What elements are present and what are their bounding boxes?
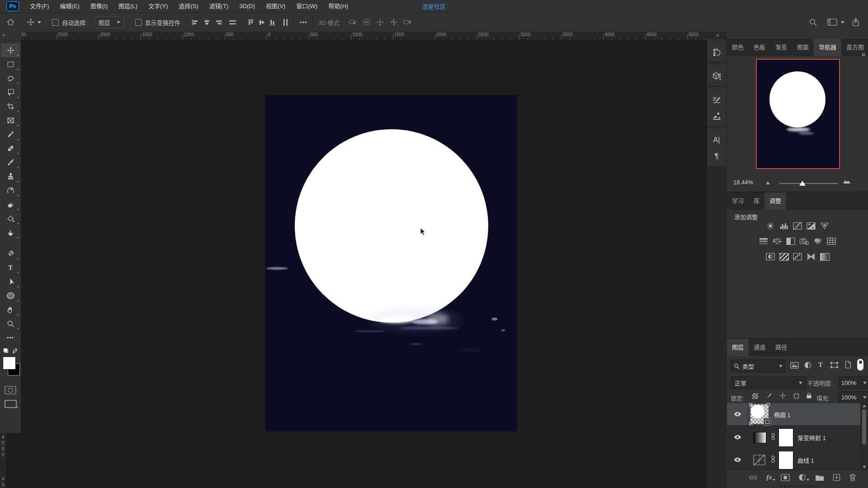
scrollbar-thumb[interactable] — [862, 409, 866, 445]
brightness-contrast-icon[interactable] — [765, 221, 776, 230]
align-left-icon[interactable] — [192, 19, 198, 25]
swap-colors-icon[interactable] — [12, 348, 18, 354]
distribute-horizontal-icon[interactable] — [229, 19, 236, 25]
add-mask-icon[interactable] — [781, 474, 790, 481]
scroll-up-icon[interactable] — [863, 405, 866, 407]
3d-orbit-icon[interactable] — [348, 18, 357, 26]
link-layers-icon[interactable] — [749, 474, 758, 481]
add-adjustment-layer-icon[interactable] — [798, 474, 806, 481]
gradient-map-icon[interactable] — [806, 252, 816, 261]
layer-name[interactable]: 曲线 1 — [797, 456, 814, 465]
layer-row-gradient-map[interactable]: 渐变映射 1 — [727, 426, 860, 448]
more-options-button[interactable]: ••• — [300, 19, 307, 26]
blend-mode-dropdown[interactable]: 正常 — [731, 376, 807, 389]
tab-color[interactable]: 颜色 — [727, 39, 749, 56]
character-panel-icon[interactable]: A| — [707, 132, 726, 148]
tab-adjustments[interactable]: 调整 — [764, 192, 786, 210]
scroll-down-icon[interactable] — [863, 466, 866, 468]
hue-saturation-icon[interactable] — [759, 237, 769, 246]
workspace-chevron-icon[interactable] — [841, 21, 844, 23]
new-layer-icon[interactable] — [833, 474, 840, 481]
brushes-panel-icon[interactable] — [707, 108, 726, 124]
vibrance-icon[interactable] — [820, 221, 830, 230]
menu-window[interactable]: 窗口(W) — [291, 0, 323, 12]
expand-panels-icon[interactable]: « — [716, 32, 719, 38]
3d-roll-icon[interactable] — [363, 18, 371, 26]
screen-mode-button[interactable] — [0, 400, 21, 408]
menu-type[interactable]: 文字(Y) — [143, 0, 173, 12]
tab-learn[interactable]: 学习 — [727, 192, 749, 210]
visibility-eye-icon[interactable] — [734, 457, 741, 462]
auto-select-checkbox[interactable] — [52, 19, 59, 26]
paragraph-panel-icon[interactable]: ¶ — [707, 148, 726, 164]
distribute-vertical-icon[interactable] — [283, 19, 288, 26]
layer-row-ellipse[interactable]: 椭圆 1 — [727, 403, 860, 425]
panel-menu-icon[interactable]: ≡ — [862, 46, 865, 56]
share-icon[interactable] — [852, 18, 860, 27]
lock-image-pixels-icon[interactable] — [766, 393, 773, 399]
search-icon[interactable] — [809, 18, 817, 27]
zoom-tool[interactable] — [1, 317, 20, 331]
layers-scrollbar[interactable] — [860, 403, 868, 470]
gradient-map-thumbnail[interactable] — [753, 432, 766, 443]
selective-color-icon[interactable] — [820, 252, 830, 261]
move-tool[interactable] — [1, 43, 20, 57]
menu-file[interactable]: 文件(F) — [24, 0, 55, 12]
photo-filter-icon[interactable] — [799, 237, 810, 246]
invert-icon[interactable] — [765, 252, 776, 261]
levels-icon[interactable] — [779, 221, 789, 230]
black-white-icon[interactable] — [786, 237, 796, 246]
3d-camera-icon[interactable] — [403, 19, 412, 26]
tab-patterns[interactable]: 图案 — [792, 39, 814, 56]
tab-swatches[interactable]: 色板 — [749, 39, 770, 56]
layer-style-fx-icon[interactable]: fx — [766, 474, 772, 481]
default-colors-icon[interactable] — [3, 347, 9, 354]
eraser-tool[interactable] — [1, 197, 20, 211]
palette-collapse-icon[interactable]: » — [0, 32, 21, 38]
type-tool[interactable]: T — [1, 261, 20, 275]
history-brush-tool[interactable] — [1, 183, 20, 197]
layer-mask-thumbnail[interactable] — [778, 451, 793, 469]
workspace-switcher-icon[interactable] — [827, 19, 837, 26]
menu-edit[interactable]: 编辑(E) — [55, 0, 85, 12]
zoom-out-icon[interactable] — [765, 180, 771, 185]
quick-mask-button[interactable] — [0, 386, 21, 394]
align-top-icon[interactable] — [248, 19, 254, 26]
filter-toggle-switch[interactable] — [857, 359, 863, 371]
layer-name[interactable]: 渐变映射 1 — [797, 433, 826, 442]
layer-filter-search[interactable]: 类型 — [731, 360, 786, 372]
history-panel-icon[interactable] — [707, 44, 726, 60]
delete-layer-icon[interactable] — [849, 474, 856, 481]
navigator-zoom-value[interactable]: 18.44% — [733, 179, 753, 186]
horizontal-ruler[interactable]: 3000250020001500100050005001000150020002… — [21, 32, 707, 40]
menu-3d[interactable]: 3D(D) — [234, 0, 260, 12]
brush-tool[interactable] — [1, 155, 20, 169]
panel-resize-grip[interactable] — [779, 485, 816, 487]
filter-type-layers-icon[interactable]: T — [818, 361, 823, 369]
hand-tool[interactable] — [1, 303, 20, 317]
navigator-preview[interactable] — [756, 59, 840, 169]
filter-shape-layers-icon[interactable] — [830, 361, 839, 369]
menu-filter[interactable]: 滤镜(T) — [204, 0, 234, 12]
tab-gradients[interactable]: 渐变 — [770, 39, 792, 56]
menu-view[interactable]: 视图(V) — [260, 0, 291, 12]
zoom-slider-thumb[interactable] — [799, 181, 806, 186]
frame-tool[interactable] — [1, 113, 20, 127]
eyedropper-tool[interactable] — [1, 127, 20, 141]
brush-settings-panel-icon[interactable] — [707, 92, 726, 108]
object-selection-tool[interactable] — [1, 85, 20, 99]
pen-tool[interactable] — [1, 247, 20, 261]
auto-select-dropdown[interactable]: 图层 — [94, 16, 124, 28]
community-link[interactable]: 流星社区 — [422, 2, 446, 10]
paint-bucket-tool[interactable] — [1, 211, 20, 225]
exposure-icon[interactable] — [806, 221, 816, 230]
show-transform-checkbox[interactable] — [135, 19, 142, 26]
tab-navigator[interactable]: 导航器 — [814, 39, 841, 56]
menu-help[interactable]: 帮助(H) — [323, 0, 354, 12]
color-balance-icon[interactable] — [772, 237, 783, 246]
lasso-tool[interactable] — [1, 71, 20, 85]
filter-smart-objects-icon[interactable] — [844, 361, 852, 369]
tab-channels[interactable]: 通道 — [749, 339, 770, 356]
filter-adjustment-layers-icon[interactable] — [804, 361, 812, 369]
3d-pan-icon[interactable] — [376, 18, 384, 26]
